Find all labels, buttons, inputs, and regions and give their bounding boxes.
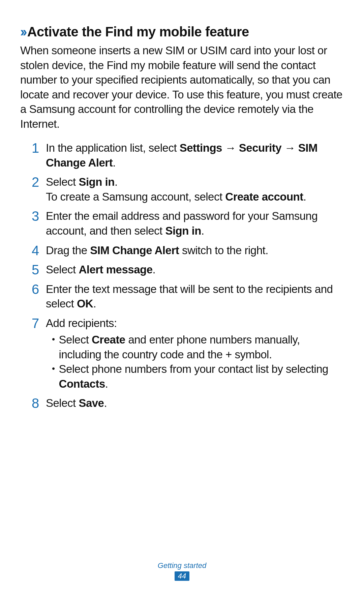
text: . [201,225,204,237]
bullet-text: Select Create and enter phone numbers ma… [59,332,344,362]
bullet-icon: • [52,332,55,362]
intro-paragraph: When someone inserts a new SIM or USIM c… [20,43,344,131]
steps-list: 1 In the application list, select Settin… [20,141,344,411]
text: Select [46,397,79,409]
list-item: • Select phone numbers from your contact… [46,362,344,391]
step-number: 7 [32,316,40,391]
step-text: Drag the SIM Change Alert switch to the … [46,243,344,258]
section-heading: ››Activate the Find my mobile feature [20,24,344,40]
text: . [104,397,107,409]
text: . [115,176,118,188]
bold: OK [77,297,93,310]
step-2: 2 Select Sign in. To create a Samsung ac… [32,175,344,204]
chevron-right-icon: ›› [20,24,25,39]
step-text: Select Save. [46,396,344,411]
text: . [105,378,108,390]
text: Select [46,263,79,276]
step-number: 4 [32,243,40,258]
bold: Create [92,333,125,346]
step-text: In the application list, select Settings… [46,141,344,170]
step-8: 8 Select Save. [32,396,344,411]
step-number: 8 [32,396,40,411]
step-number: 6 [32,282,40,311]
bold: Sign in [165,225,201,237]
bold: Create account [225,190,303,203]
bullet-text: Select phone numbers from your contact l… [59,362,344,391]
arrow: → [222,142,239,154]
bold: SIM Change Alert [90,244,179,257]
step-number: 2 [32,175,40,204]
step-6: 6 Enter the text message that will be se… [32,282,344,311]
list-item: • Select Create and enter phone numbers … [46,332,344,362]
step-text: Select Sign in. To create a Samsung acco… [46,175,344,204]
heading-text: Activate the Find my mobile feature [27,24,249,39]
step-number: 3 [32,209,40,238]
step-1: 1 In the application list, select Settin… [32,141,344,170]
arrow: → [281,142,298,154]
step-4: 4 Drag the SIM Change Alert switch to th… [32,243,344,258]
bullet-icon: • [52,362,55,391]
text: Drag the [46,244,90,257]
bold: Contacts [59,378,105,390]
page-footer: Getting started 44 [0,561,364,581]
footer-section-label: Getting started [0,561,364,570]
text: Add recipients: [46,316,344,331]
text: Select [46,176,79,188]
step-5: 5 Select Alert message. [32,262,344,277]
page-number-badge: 44 [175,571,189,581]
step-text: Enter the email address and password for… [46,209,344,238]
bold: Settings [180,142,222,154]
bold: Save [79,397,104,409]
bold: Alert message [79,263,152,276]
text: In the application list, select [46,142,180,154]
text: . [93,297,96,310]
step-text: Add recipients: • Select Create and ente… [46,316,344,391]
text: Select phone numbers from your contact l… [59,363,328,375]
text: Select [59,333,92,346]
text: switch to the right. [179,244,268,257]
step-text: Enter the text message that will be sent… [46,282,344,311]
manual-page: ››Activate the Find my mobile feature Wh… [0,0,364,597]
text: . [153,263,156,276]
step-number: 5 [32,262,40,277]
bold: Sign in [79,176,115,188]
bold: Security [239,142,281,154]
text: . [113,156,116,169]
text: . [303,190,306,203]
step-number: 1 [32,141,40,170]
step-text: Select Alert message. [46,262,344,277]
step-7: 7 Add recipients: • Select Create and en… [32,316,344,391]
sub-bullets: • Select Create and enter phone numbers … [46,332,344,391]
step-3: 3 Enter the email address and password f… [32,209,344,238]
text: To create a Samsung account, select [46,190,225,203]
